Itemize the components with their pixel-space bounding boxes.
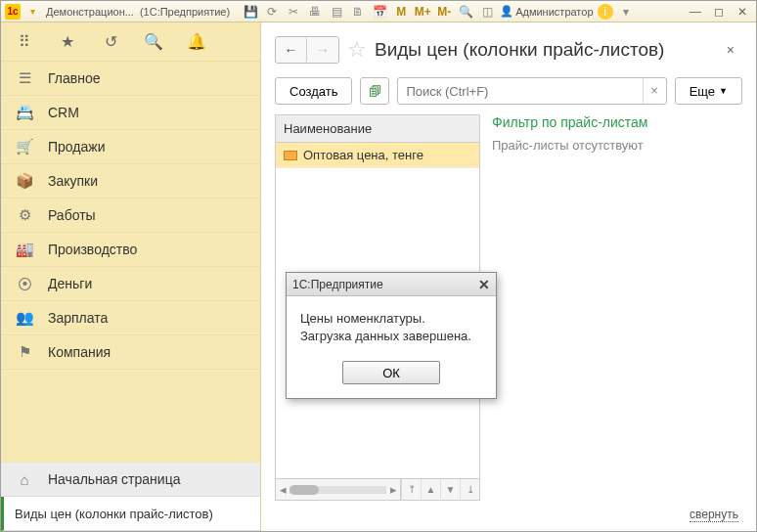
window-title-left: Демонстрацион... bbox=[46, 6, 134, 18]
sidebar-item-main[interactable]: ☰ Главное bbox=[1, 62, 260, 96]
more-label: Еще bbox=[690, 84, 715, 99]
hscroll-right-button[interactable]: ▸ bbox=[386, 482, 400, 497]
crm-icon: 📇 bbox=[15, 103, 34, 122]
list-footer: ◂ ▸ ⤒ ▲ ▼ ⤓ bbox=[276, 478, 479, 500]
list-up-button[interactable]: ▲ bbox=[421, 479, 440, 501]
sidebar-bottom-home[interactable]: ⌂ Начальная страница bbox=[1, 463, 260, 497]
company-icon: ⚑ bbox=[15, 342, 34, 362]
item-tag-icon bbox=[284, 151, 297, 160]
sidebar-item-company[interactable]: ⚑ Компания bbox=[1, 335, 260, 370]
user-indicator[interactable]: 👤 Администратор bbox=[500, 5, 593, 18]
search-sidebar-icon[interactable]: 🔍 bbox=[144, 32, 163, 52]
money-icon: ⦿ bbox=[15, 274, 34, 293]
refresh-icon[interactable]: ⟳ bbox=[263, 4, 281, 20]
sidebar-bottom-pricetypes[interactable]: Виды цен (колонки прайс-листов) bbox=[1, 497, 260, 531]
close-button[interactable]: ✕ bbox=[733, 5, 752, 19]
save-icon[interactable]: 💾 bbox=[242, 4, 259, 20]
sidebar-item-label: Производство bbox=[48, 242, 137, 257]
dialog-title: 1С:Предприятие bbox=[292, 278, 383, 291]
calc-mplus-button[interactable]: M+ bbox=[414, 4, 431, 20]
content-area: ← → ☆ Виды цен (колонки прайс-листов) × … bbox=[261, 22, 756, 531]
sidebar-item-sales[interactable]: 🛒 Продажи bbox=[1, 130, 260, 164]
dialog-ok-button[interactable]: ОК bbox=[342, 361, 440, 384]
nav-back-button[interactable]: ← bbox=[276, 37, 307, 63]
sidebar-item-works[interactable]: ⚙ Работы bbox=[1, 199, 260, 233]
calendar-icon[interactable]: 📅 bbox=[371, 4, 388, 20]
hscroll-thumb[interactable] bbox=[289, 485, 319, 495]
calc-mminus-button[interactable]: M- bbox=[435, 4, 453, 20]
copy-button[interactable]: 🗐 bbox=[360, 77, 389, 105]
user-icon: 👤 bbox=[500, 5, 513, 18]
filter-title: Фильтр по прайс-листам bbox=[492, 114, 738, 130]
nav-forward-button[interactable]: → bbox=[307, 37, 338, 63]
sidebar-item-label: Компания bbox=[48, 344, 111, 360]
list-last-button[interactable]: ⤓ bbox=[460, 479, 479, 501]
chevron-down-icon: ▼ bbox=[719, 86, 728, 96]
create-button[interactable]: Создать bbox=[275, 77, 352, 105]
info-dropdown-icon[interactable]: ▾ bbox=[617, 4, 635, 20]
sidebar-top-tools: ⠿ ★ ↺ 🔍 🔔 bbox=[1, 22, 260, 62]
sidebar-item-production[interactable]: 🏭 Производство bbox=[1, 233, 260, 267]
page-title: Виды цен (колонки прайс-листов) bbox=[375, 39, 664, 61]
maximize-button[interactable]: ◻ bbox=[709, 5, 729, 19]
filter-pane: Фильтр по прайс-листам Прайс-листы отсут… bbox=[488, 114, 742, 501]
salary-icon: 👥 bbox=[15, 308, 34, 328]
search-box[interactable]: × bbox=[397, 77, 666, 105]
sales-icon: 🛒 bbox=[15, 137, 34, 156]
page-close-button[interactable]: × bbox=[719, 42, 742, 58]
sidebar-item-label: Работы bbox=[48, 207, 96, 223]
filter-empty-text: Прайс-листы отсутствуют bbox=[492, 138, 738, 153]
sidebar-item-label: Главное bbox=[48, 70, 101, 86]
window-title-right: (1С:Предприятие) bbox=[140, 6, 230, 18]
dialog-message-line1: Цены номенклатуры. bbox=[300, 310, 482, 328]
sidebar-item-label: Продажи bbox=[48, 139, 105, 155]
star-icon[interactable]: ★ bbox=[58, 32, 77, 52]
sidebar-item-salary[interactable]: 👥 Зарплата bbox=[1, 301, 260, 335]
list-column-header[interactable]: Наименование bbox=[276, 115, 479, 143]
minimize-button[interactable]: — bbox=[686, 5, 705, 19]
sidebar-item-label: Начальная страница bbox=[48, 471, 180, 487]
info-icon[interactable]: i bbox=[598, 4, 613, 20]
zoom-icon[interactable]: 🔍 bbox=[457, 4, 474, 20]
copy-icon: 🗐 bbox=[369, 84, 381, 99]
collapse-link[interactable]: свернуть bbox=[690, 508, 738, 522]
list-row-label: Оптовая цена, тенге bbox=[303, 148, 423, 162]
document-icon[interactable]: 🗎 bbox=[349, 4, 367, 20]
works-icon: ⚙ bbox=[15, 205, 34, 225]
history-icon[interactable]: ↺ bbox=[101, 32, 120, 52]
app-badge-1c: 1c bbox=[5, 4, 21, 20]
message-dialog: 1С:Предприятие ✕ Цены номенклатуры. Загр… bbox=[286, 272, 497, 399]
sidebar: ⠿ ★ ↺ 🔍 🔔 ☰ Главное 📇 CRM 🛒 Продажи bbox=[1, 22, 261, 531]
scissors-icon[interactable]: ✂ bbox=[285, 4, 302, 20]
sidebar-item-label: Деньги bbox=[48, 276, 92, 291]
sidebar-item-label: Закупки bbox=[48, 173, 98, 189]
bell-icon[interactable]: 🔔 bbox=[187, 32, 206, 52]
titlebar: 1c ▾ Демонстрацион... (1С:Предприятие) 💾… bbox=[1, 1, 756, 22]
dialog-message-line2: Загрузка данных завершена. bbox=[300, 328, 482, 345]
production-icon: 🏭 bbox=[15, 240, 34, 259]
sidebar-item-purchases[interactable]: 📦 Закупки bbox=[1, 164, 260, 199]
user-label: Администратор bbox=[515, 6, 593, 18]
hscroll-track[interactable] bbox=[289, 486, 386, 494]
dropdown-icon[interactable]: ▾ bbox=[24, 4, 40, 20]
sidebar-item-crm[interactable]: 📇 CRM bbox=[1, 96, 260, 130]
sidebar-item-money[interactable]: ⦿ Деньги bbox=[1, 267, 260, 301]
calc-m-button[interactable]: M bbox=[392, 4, 410, 20]
menu-icon: ☰ bbox=[15, 68, 34, 88]
list-first-button[interactable]: ⤒ bbox=[401, 479, 421, 501]
dialog-close-button[interactable]: ✕ bbox=[478, 277, 490, 292]
hscroll-left-button[interactable]: ◂ bbox=[276, 482, 289, 497]
apps-grid-icon[interactable]: ⠿ bbox=[15, 32, 34, 52]
list-row[interactable]: Оптовая цена, тенге bbox=[276, 143, 479, 168]
print-icon[interactable]: 🖶 bbox=[306, 4, 324, 20]
search-input[interactable] bbox=[398, 84, 642, 99]
more-button[interactable]: Еще ▼ bbox=[675, 77, 742, 105]
favorite-star-icon[interactable]: ☆ bbox=[347, 37, 367, 63]
purchases-icon: 📦 bbox=[15, 171, 34, 191]
preview-icon[interactable]: ▤ bbox=[328, 4, 345, 20]
search-clear-button[interactable]: × bbox=[643, 78, 666, 104]
home-icon: ⌂ bbox=[15, 469, 34, 489]
sidebar-item-label: CRM bbox=[48, 105, 79, 120]
list-down-button[interactable]: ▼ bbox=[440, 479, 460, 501]
panels-icon[interactable]: ◫ bbox=[478, 4, 496, 20]
